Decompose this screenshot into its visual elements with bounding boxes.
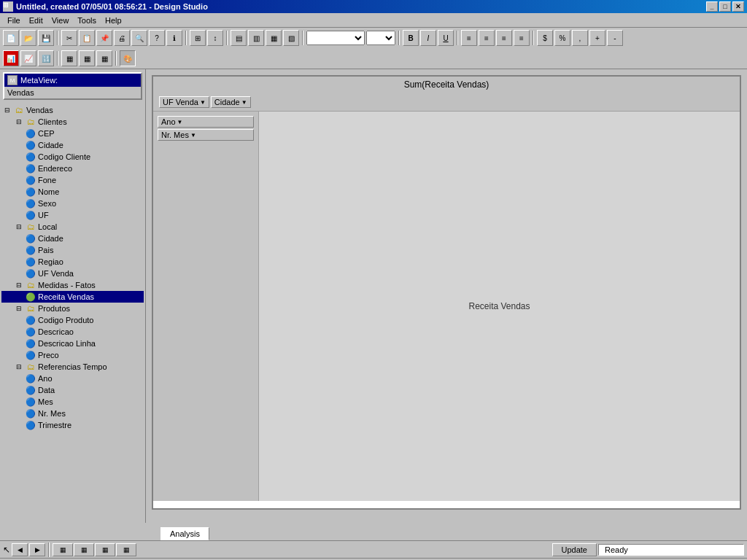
cut-button[interactable]: ✂ bbox=[61, 30, 77, 46]
tree-item-cidade1[interactable]: 🔵 Cidade bbox=[1, 139, 144, 151]
tree-item-ufvenda[interactable]: 🔵 UF Venda bbox=[1, 268, 144, 279]
tree-item-medidas[interactable]: ⊟ 🗂 Medidas - Fatos bbox=[1, 279, 144, 291]
currency-button[interactable]: $ bbox=[537, 30, 553, 46]
italic-button[interactable]: I bbox=[420, 30, 436, 46]
align-justify-button[interactable]: ≡ bbox=[514, 30, 530, 46]
metaview-title: M MetaView: bbox=[4, 74, 141, 87]
tree-item-nome[interactable]: 🔵 Nome bbox=[1, 186, 144, 198]
tree-item-descricao[interactable]: 🔵 Descricao bbox=[1, 326, 144, 338]
design-mode-button[interactable]: 🎨 bbox=[120, 50, 136, 66]
view2-button[interactable]: ▦ bbox=[74, 543, 94, 556]
tree-item-uf[interactable]: 🔵 UF bbox=[1, 209, 144, 221]
tree-root[interactable]: ⊟ 🗂 Vendas bbox=[1, 104, 144, 116]
menu-view[interactable]: View bbox=[47, 15, 74, 26]
expand-local-icon[interactable]: ⊟ bbox=[13, 222, 25, 232]
bold-button[interactable]: B bbox=[403, 30, 419, 46]
format4-button[interactable]: ▧ bbox=[283, 30, 299, 46]
menu-tools[interactable]: Tools bbox=[73, 15, 101, 26]
tree-item-data[interactable]: 🔵 Data bbox=[1, 384, 144, 396]
new-button[interactable]: 📄 bbox=[3, 30, 19, 46]
underline-button[interactable]: U bbox=[438, 30, 454, 46]
tree-item-local[interactable]: ⊟ 🗂 Local bbox=[1, 221, 144, 233]
tree-item-regiao[interactable]: 🔵 Regiao bbox=[1, 256, 144, 268]
cidade1-field-icon: 🔵 bbox=[25, 140, 36, 150]
print-button[interactable]: 🖨 bbox=[114, 30, 130, 46]
chart3-button[interactable]: 🔢 bbox=[38, 50, 54, 66]
tree-item-descricao-linha[interactable]: 🔵 Descricao Linha bbox=[1, 338, 144, 349]
dec-increase-button[interactable]: + bbox=[589, 30, 605, 46]
prev-button[interactable]: ◀ bbox=[12, 543, 28, 556]
expand-icon[interactable]: ⊟ bbox=[1, 105, 13, 115]
view1-button[interactable]: ▦ bbox=[53, 543, 73, 556]
row-header-nrmes[interactable]: Nr. Mes ▼ bbox=[158, 129, 254, 141]
table1-button[interactable]: ▦ bbox=[61, 50, 77, 66]
expand-clientes-icon[interactable]: ⊟ bbox=[13, 117, 25, 127]
font-family-select[interactable] bbox=[306, 31, 365, 45]
tree-item-mes[interactable]: 🔵 Mes bbox=[1, 396, 144, 408]
align-right-button[interactable]: ≡ bbox=[496, 30, 512, 46]
percent-button[interactable]: % bbox=[554, 30, 570, 46]
menu-file[interactable]: File bbox=[3, 15, 25, 26]
tree-item-produtos[interactable]: ⊟ 🗂 Produtos bbox=[1, 303, 144, 314]
tree-item-fone[interactable]: 🔵 Fone bbox=[1, 174, 144, 186]
tab-analysis[interactable]: Analysis bbox=[160, 527, 209, 540]
tree-item-referencias[interactable]: ⊟ 🗂 Referencias Tempo bbox=[1, 361, 144, 373]
menu-edit[interactable]: Edit bbox=[25, 15, 47, 26]
row-header-ano[interactable]: Ano ▼ bbox=[158, 116, 254, 128]
report-title-bar: Sum(Receita Vendas) bbox=[153, 77, 740, 93]
chart2-button[interactable]: 📈 bbox=[20, 50, 36, 66]
receita-field-icon: 🟢 bbox=[25, 292, 36, 302]
col-header-cidade[interactable]: Cidade ▼ bbox=[211, 96, 251, 108]
tree-item-clientes[interactable]: ⊟ 🗂 Clientes bbox=[1, 116, 144, 128]
paste-button[interactable]: 📌 bbox=[96, 30, 112, 46]
tree-item-receita-vendas[interactable]: 🟢 Receita Vendas bbox=[1, 291, 144, 303]
mes-field-icon: 🔵 bbox=[25, 397, 36, 407]
window-controls[interactable]: _ □ ✕ bbox=[706, 1, 744, 12]
print-preview-button[interactable]: 🔍 bbox=[131, 30, 147, 46]
tree-item-preco[interactable]: 🔵 Preco bbox=[1, 349, 144, 361]
view4-button[interactable]: ▦ bbox=[116, 543, 136, 556]
copy-button[interactable]: 📋 bbox=[79, 30, 95, 46]
table3-button[interactable]: ▦ bbox=[96, 50, 112, 66]
tree-item-trimestre[interactable]: 🔵 Trimestre bbox=[1, 419, 144, 431]
maximize-button[interactable]: □ bbox=[719, 1, 731, 12]
next-button[interactable]: ▶ bbox=[29, 543, 45, 556]
tree-item-nrmes[interactable]: 🔵 Nr. Mes bbox=[1, 408, 144, 419]
tree-item-cidade2[interactable]: 🔵 Cidade bbox=[1, 233, 144, 244]
chart-button[interactable]: 📊 bbox=[3, 50, 19, 66]
expand-produtos-icon[interactable]: ⊟ bbox=[13, 303, 25, 314]
comma-button[interactable]: , bbox=[572, 30, 588, 46]
close-button[interactable]: ✕ bbox=[732, 1, 744, 12]
info-button[interactable]: ℹ bbox=[166, 30, 182, 46]
tree-item-codigo-cliente[interactable]: 🔵 Codigo Cliente bbox=[1, 151, 144, 163]
align-left-button[interactable]: ≡ bbox=[461, 30, 477, 46]
open-button[interactable]: 📂 bbox=[20, 30, 36, 46]
dec-decrease-button[interactable]: - bbox=[607, 30, 623, 46]
menu-help[interactable]: Help bbox=[101, 15, 126, 26]
sort-button[interactable]: ↕ bbox=[207, 30, 223, 46]
save-button[interactable]: 💾 bbox=[38, 30, 54, 46]
minimize-button[interactable]: _ bbox=[706, 1, 718, 12]
tree-item-cep[interactable]: 🔵 CEP bbox=[1, 128, 144, 139]
align-center-button[interactable]: ≡ bbox=[479, 30, 495, 46]
col-header-ufvenda[interactable]: UF Venda ▼ bbox=[159, 96, 209, 108]
tree-item-endereco[interactable]: 🔵 Endereco bbox=[1, 163, 144, 174]
expand-referencias-icon[interactable]: ⊟ bbox=[13, 362, 25, 372]
format2-button[interactable]: ▥ bbox=[248, 30, 264, 46]
expand-medidas-icon[interactable]: ⊟ bbox=[13, 280, 25, 290]
insert-button[interactable]: ⊞ bbox=[190, 30, 206, 46]
report-data-area: Receita Vendas bbox=[259, 112, 740, 501]
tree-item-codigo-produto[interactable]: 🔵 Codigo Produto bbox=[1, 314, 144, 326]
view3-button[interactable]: ▦ bbox=[95, 543, 115, 556]
sep3 bbox=[226, 31, 228, 45]
format1-button[interactable]: ▤ bbox=[231, 30, 247, 46]
table2-button[interactable]: ▦ bbox=[79, 50, 95, 66]
canvas-area: Sum(Receita Vendas) UF Venda ▼ Cidade ▼ bbox=[146, 69, 747, 523]
tree-item-ano[interactable]: 🔵 Ano bbox=[1, 373, 144, 384]
update-button[interactable]: Update bbox=[552, 543, 597, 556]
help-button[interactable]: ? bbox=[149, 30, 165, 46]
format3-button[interactable]: ▦ bbox=[266, 30, 282, 46]
tree-item-pais[interactable]: 🔵 Pais bbox=[1, 244, 144, 256]
tree-item-sexo[interactable]: 🔵 Sexo bbox=[1, 198, 144, 209]
font-size-select[interactable] bbox=[366, 31, 395, 45]
